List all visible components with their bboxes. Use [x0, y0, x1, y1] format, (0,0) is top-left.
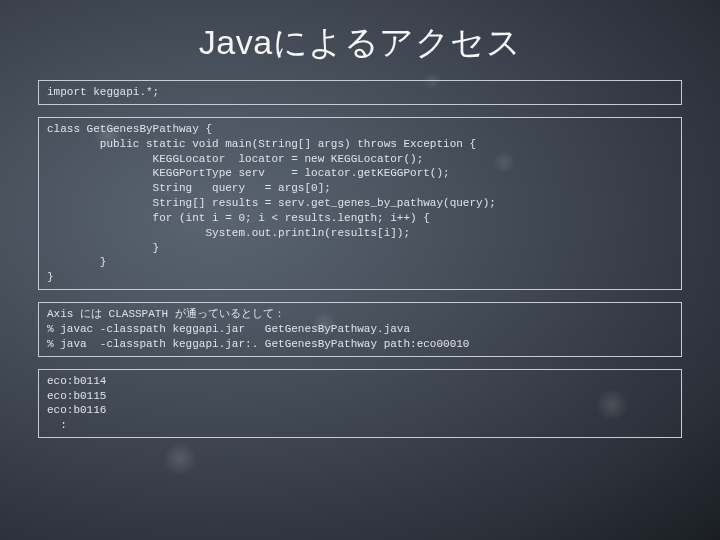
- code-compile-box: Axis には CLASSPATH が通っているとして： % javac -cl…: [38, 302, 682, 357]
- code-import-box: import keggapi.*;: [38, 80, 682, 105]
- code-output-box: eco:b0114 eco:b0115 eco:b0116 :: [38, 369, 682, 438]
- code-class-box: class GetGenesByPathway { public static …: [38, 117, 682, 290]
- slide-title: Javaによるアクセス: [38, 20, 682, 66]
- slide: Javaによるアクセス import keggapi.*; class GetG…: [0, 0, 720, 540]
